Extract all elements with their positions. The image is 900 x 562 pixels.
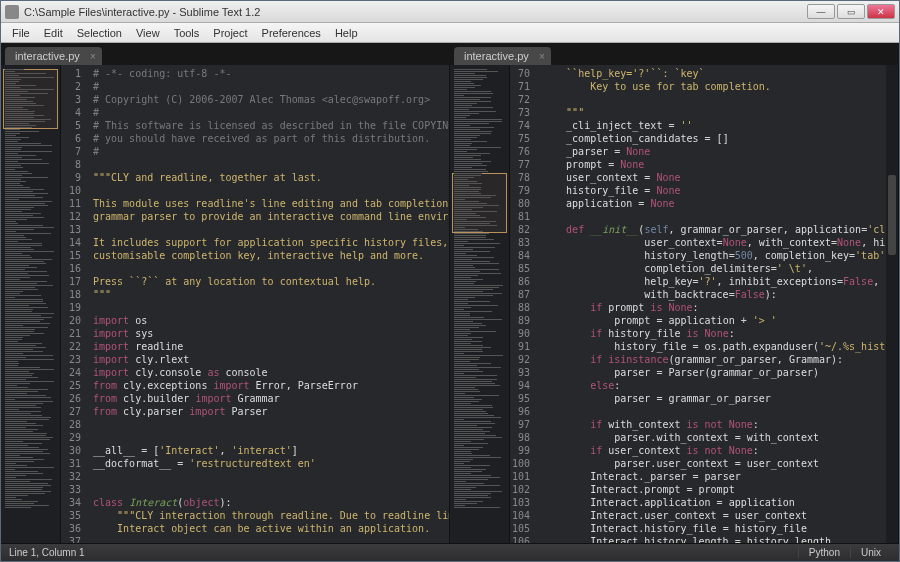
editor-pane-right: 7071727374757677787980818283848586878889…	[450, 65, 899, 543]
editor-pane-left: 1234567891011121314151617181920212223242…	[1, 65, 450, 543]
menu-file[interactable]: File	[5, 24, 37, 42]
tab-bar: interactive.py × interactive.py ×	[1, 43, 899, 65]
tab-bar-right: interactive.py ×	[450, 43, 899, 65]
scrollbar-right[interactable]	[886, 65, 898, 543]
code-area-left[interactable]: # -*- coding: utf-8 -*-## Copyright (C) …	[87, 65, 449, 543]
app-icon	[5, 5, 19, 19]
tab-label: interactive.py	[464, 50, 529, 62]
window-title: C:\Sample Files\interactive.py - Sublime…	[24, 6, 807, 18]
minimap-left[interactable]	[1, 65, 61, 543]
tab-right[interactable]: interactive.py ×	[454, 47, 551, 65]
window-buttons: — ▭ ✕	[807, 4, 895, 19]
status-position: Line 1, Column 1	[9, 547, 85, 558]
menu-selection[interactable]: Selection	[70, 24, 129, 42]
tab-label: interactive.py	[15, 50, 80, 62]
menu-tools[interactable]: Tools	[167, 24, 207, 42]
app-window: C:\Sample Files\interactive.py - Sublime…	[0, 0, 900, 562]
close-icon[interactable]: ×	[539, 51, 545, 62]
menu-edit[interactable]: Edit	[37, 24, 70, 42]
tab-bar-left: interactive.py ×	[1, 43, 450, 65]
minimize-button[interactable]: —	[807, 4, 835, 19]
statusbar: Line 1, Column 1 Python Unix	[1, 543, 899, 561]
close-button[interactable]: ✕	[867, 4, 895, 19]
minimap-right[interactable]	[450, 65, 510, 543]
titlebar[interactable]: C:\Sample Files\interactive.py - Sublime…	[1, 1, 899, 23]
maximize-button[interactable]: ▭	[837, 4, 865, 19]
line-numbers-right: 7071727374757677787980818283848586878889…	[510, 65, 536, 543]
editor-split: 1234567891011121314151617181920212223242…	[1, 65, 899, 543]
menu-preferences[interactable]: Preferences	[255, 24, 328, 42]
status-line-endings[interactable]: Unix	[850, 547, 891, 558]
menu-help[interactable]: Help	[328, 24, 365, 42]
code-area-right[interactable]: ``help_key='?'``: `key` Key to use for t…	[536, 65, 886, 543]
line-numbers-left: 1234567891011121314151617181920212223242…	[61, 65, 87, 543]
menu-project[interactable]: Project	[206, 24, 254, 42]
menubar: FileEditSelectionViewToolsProjectPrefere…	[1, 23, 899, 43]
close-icon[interactable]: ×	[90, 51, 96, 62]
tab-left[interactable]: interactive.py ×	[5, 47, 102, 65]
menu-view[interactable]: View	[129, 24, 167, 42]
scrollbar-thumb[interactable]	[888, 175, 896, 255]
status-syntax[interactable]: Python	[798, 547, 850, 558]
